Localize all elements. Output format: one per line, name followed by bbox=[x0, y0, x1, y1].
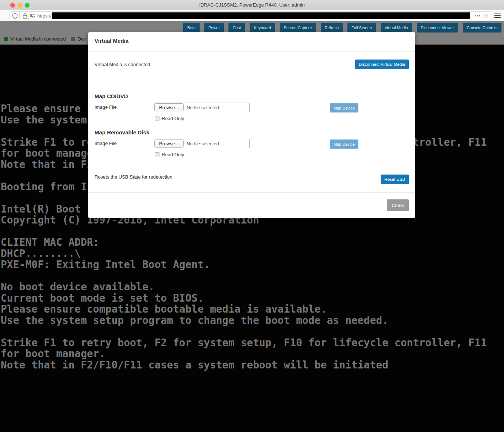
removable-browse-button[interactable]: Browse... bbox=[154, 139, 184, 148]
reset-usb-button[interactable]: Reset USB bbox=[381, 175, 409, 184]
cddvd-file-status: No file selected. bbox=[186, 105, 220, 110]
map-cddvd-heading: Map CD/DVD bbox=[95, 93, 128, 99]
browser-navbar: https:// ••• ☆ bbox=[0, 10, 504, 21]
cddvd-read-only-label: Read Only bbox=[162, 116, 184, 121]
removable-file-status: No file selected. bbox=[186, 141, 220, 146]
virtual-media-status-label: Virtual Media is connected bbox=[10, 36, 66, 42]
mixed-content-warning-icon bbox=[26, 16, 29, 19]
image-file-label: Image File bbox=[95, 104, 117, 110]
toolbar-button-refresh[interactable]: Refresh bbox=[321, 23, 343, 33]
urlbar-divider bbox=[19, 13, 20, 19]
cddvd-read-only-checkbox[interactable]: ✓ bbox=[155, 116, 159, 121]
devices-status-square bbox=[71, 37, 75, 41]
cddvd-file-input[interactable]: Browse... No file selected. bbox=[154, 103, 250, 112]
window-titlebar: iDRAC-CJ1SSM2, PowerEdge R440, User: adm… bbox=[0, 0, 504, 10]
page-actions-icon[interactable]: ••• bbox=[474, 14, 481, 18]
toolbar-button-chat[interactable]: Chat bbox=[228, 23, 245, 33]
toolbar-button-full-screen[interactable]: Full Screen bbox=[347, 23, 376, 33]
toolbar-button-screen-capture[interactable]: Screen Capture bbox=[280, 23, 316, 33]
bookmark-star-icon[interactable]: ☆ bbox=[483, 12, 489, 20]
image-file-label: Image File bbox=[95, 141, 117, 146]
removable-read-only-label: Read Only bbox=[162, 152, 184, 157]
tracking-protection-shield-icon[interactable] bbox=[12, 13, 18, 19]
menu-hamburger-icon[interactable] bbox=[494, 12, 501, 18]
divider bbox=[88, 51, 415, 51]
removable-map-device-button[interactable]: Map Device bbox=[330, 139, 358, 149]
reset-usb-description: Resets the USB State for redetection. bbox=[95, 174, 174, 180]
redacted-url bbox=[52, 12, 470, 19]
permissions-icon[interactable] bbox=[29, 13, 35, 19]
viewer-toolbar: BootPowerChatKeyboardScreen CaptureRefre… bbox=[183, 23, 501, 33]
removable-read-only-row: ✓ Read Only bbox=[155, 152, 184, 157]
devices-status-label: Dev bbox=[77, 36, 86, 42]
virtual-media-dialog: Virtual Media Virtual Media is connected… bbox=[88, 32, 415, 218]
viewer-statusbar: Virtual Media is connected Dev bbox=[4, 36, 86, 42]
cddvd-map-device-button[interactable]: Map Device bbox=[330, 103, 358, 112]
toolbar-button-disconnect-viewer[interactable]: Disconnect Viewer bbox=[417, 23, 458, 33]
toolbar-button-boot[interactable]: Boot bbox=[183, 23, 200, 33]
cddvd-browse-button[interactable]: Browse... bbox=[154, 103, 184, 111]
toolbar-button-console-controls[interactable]: Console Controls bbox=[463, 23, 501, 33]
window-title: iDRAC-CJ1SSM2, PowerEdge R440, User: adm… bbox=[0, 2, 504, 8]
close-button[interactable]: Close bbox=[387, 199, 409, 211]
divider bbox=[88, 78, 415, 78]
disconnect-virtual-media-button[interactable]: Disconnect Virtual Media bbox=[355, 60, 409, 69]
url-scheme-text: https:// bbox=[37, 13, 51, 19]
cddvd-read-only-row: ✓ Read Only bbox=[155, 116, 184, 121]
removable-read-only-checkbox[interactable]: ✓ bbox=[155, 152, 159, 157]
divider bbox=[88, 165, 415, 165]
divider bbox=[88, 192, 415, 193]
toolbar-button-virtual-media[interactable]: Virtual Media bbox=[381, 23, 412, 33]
connection-status-text: Virtual Media is connected bbox=[95, 62, 150, 67]
toolbar-button-power[interactable]: Power bbox=[204, 23, 224, 33]
url-bar[interactable]: https:// ••• ☆ bbox=[9, 11, 492, 20]
removable-file-input[interactable]: Browse... No file selected. bbox=[154, 139, 250, 148]
virtual-media-status-square bbox=[4, 37, 8, 41]
dialog-title: Virtual Media bbox=[95, 38, 128, 44]
toolbar-button-keyboard[interactable]: Keyboard bbox=[250, 23, 275, 33]
lock-warning-icon[interactable] bbox=[22, 13, 28, 19]
map-removable-disk-heading: Map Removable Disk bbox=[95, 129, 149, 135]
